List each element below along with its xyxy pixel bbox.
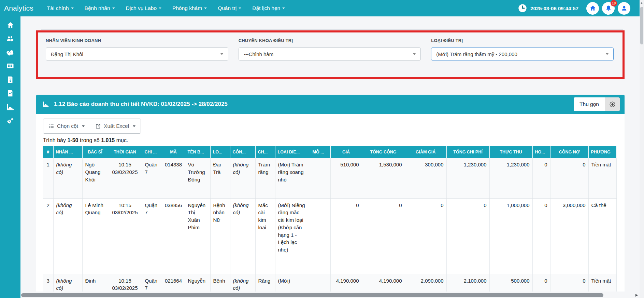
table-cell: Lê Minh Quang bbox=[82, 198, 108, 274]
column-header[interactable]: NHÂN ... bbox=[53, 146, 82, 158]
table-cell: (không có) bbox=[230, 198, 255, 274]
column-header[interactable]: THỜI GIAN bbox=[108, 146, 142, 158]
table-cell: (Mới) Niềng răng mắc cài kim loại (Khớp … bbox=[275, 198, 310, 274]
chart-area-icon[interactable] bbox=[6, 103, 14, 111]
column-header[interactable]: CÔNG NỢ bbox=[550, 146, 588, 158]
summary-text: trong số bbox=[80, 137, 100, 143]
table-cell: 3 bbox=[43, 274, 53, 292]
column-header[interactable]: BÁC SĨ bbox=[82, 146, 108, 158]
select-value: (Mới) Trám răng thẩm mỹ - 200,000 bbox=[436, 51, 606, 57]
horizontal-scrollbar-thumb[interactable] bbox=[21, 293, 603, 297]
main-content: NHÂN VIÊN KINH DOANH Đặng Thị Khôi CHUYÊ… bbox=[20, 16, 644, 298]
table-cell: 0 bbox=[532, 158, 550, 198]
vertical-scrollbar[interactable] bbox=[640, 0, 644, 298]
table-cell: 0 bbox=[550, 274, 588, 292]
filter-sales-staff: NHÂN VIÊN KINH DOANH Đặng Thị Khôi bbox=[46, 38, 228, 68]
menu-item-benh-nhan[interactable]: Bệnh nhân bbox=[85, 5, 115, 11]
menu-item-tai-chinh[interactable]: Tài chính bbox=[47, 5, 74, 11]
table-cell: 0 bbox=[550, 158, 588, 198]
column-header[interactable]: HO... bbox=[532, 146, 550, 158]
home-button[interactable] bbox=[586, 2, 599, 15]
chevron-down-icon bbox=[71, 8, 74, 9]
column-header[interactable]: MÔ ... bbox=[310, 146, 330, 158]
menu-item-label: Dịch vụ Labo bbox=[126, 5, 157, 11]
chevron-down-icon bbox=[606, 53, 609, 55]
column-header[interactable]: LOẠI ĐIỀ... bbox=[275, 146, 310, 158]
report-table: #NHÂN ...BÁC SĨTHỜI GIANCHI ...MÃTÊN B..… bbox=[43, 146, 617, 292]
column-header[interactable]: MÃ bbox=[162, 146, 185, 158]
table-header-row: #NHÂN ...BÁC SĨTHỜI GIANCHI ...MÃTÊN B..… bbox=[43, 146, 616, 158]
scroll-right-arrow-icon[interactable] bbox=[635, 294, 638, 297]
menu-item-dat-lich-hen[interactable]: Đặt lịch hẹn bbox=[252, 5, 285, 11]
select-value: ---Chỉnh hàm bbox=[244, 51, 413, 57]
pills-icon[interactable] bbox=[6, 48, 14, 56]
home-icon[interactable] bbox=[6, 21, 14, 29]
table-cell: 3,000,000 bbox=[550, 198, 588, 274]
menu-item-phong-kham[interactable]: Phòng khám bbox=[172, 5, 207, 11]
specialty-select[interactable]: ---Chỉnh hàm bbox=[239, 48, 421, 60]
notifications-button[interactable]: 10 bbox=[602, 2, 615, 15]
filter-label: CHUYÊN KHOA ĐIỀU TRỊ bbox=[239, 38, 421, 43]
table-cell: 2 bbox=[43, 198, 53, 274]
column-header[interactable]: CH... bbox=[255, 146, 275, 158]
pagination-summary: Trình bày 1-50 trong số 1.015 mục. bbox=[43, 137, 618, 144]
column-header[interactable]: CÔN... bbox=[230, 146, 255, 158]
menu-item-label: Phòng khám bbox=[172, 5, 202, 11]
calculator-icon[interactable] bbox=[6, 62, 14, 70]
filter-label: LOẠI ĐIỀU TRỊ bbox=[431, 38, 614, 43]
menu-item-dich-vu-labo[interactable]: Dịch vụ Labo bbox=[126, 5, 161, 11]
table-cell: Đại Trà bbox=[210, 158, 230, 198]
app-brand[interactable]: Analytics bbox=[4, 4, 33, 12]
table-cell: (không có) bbox=[53, 198, 82, 274]
chart-icon bbox=[42, 101, 49, 108]
column-header[interactable]: PHƯƠNG bbox=[588, 146, 616, 158]
table-cell: 1,000,000 bbox=[489, 198, 532, 274]
arrow-up-circle-icon bbox=[609, 101, 616, 108]
table-cell: 0 bbox=[532, 274, 550, 292]
column-header[interactable]: CHI ... bbox=[142, 146, 162, 158]
table-cell: Đinh bbox=[82, 274, 108, 292]
invoice-dollar-icon[interactable]: $ bbox=[6, 76, 14, 84]
column-header[interactable]: GIÁ bbox=[330, 146, 362, 158]
sales-staff-select[interactable]: Đặng Thị Khôi bbox=[46, 48, 228, 60]
report-panel-header: 1.12 Báo cáo doanh thu chi tiết NVKD: 01… bbox=[36, 95, 625, 114]
column-header[interactable]: GIẢM GIÁ bbox=[405, 146, 446, 158]
table-toolbar: Chọn cột Xuất Excel bbox=[43, 119, 141, 134]
column-header[interactable]: THỰC THU bbox=[489, 146, 532, 158]
summary-total: 1.015 bbox=[101, 137, 115, 143]
table-cell: 021664 bbox=[162, 274, 185, 292]
treatment-type-select[interactable]: (Mới) Trám răng thẩm mỹ - 200,000 bbox=[431, 48, 614, 60]
table-row: 3(không có)Đinh10:15 03/02/2025Quận 7021… bbox=[43, 274, 616, 292]
chevron-down-icon bbox=[112, 8, 115, 9]
table-cell: Võ Trường Đông bbox=[185, 158, 210, 198]
table-cell: 014338 bbox=[162, 158, 185, 198]
button-label: Chọn cột bbox=[57, 123, 78, 129]
users-gear-icon[interactable] bbox=[6, 35, 14, 43]
table-cell: (không có) bbox=[53, 158, 82, 198]
choose-columns-button[interactable]: Chọn cột bbox=[43, 119, 90, 133]
menu-item-quan-tri[interactable]: Quản trị bbox=[218, 5, 241, 11]
menu-item-label: Quản trị bbox=[218, 5, 237, 11]
left-sidebar: $ bbox=[0, 16, 20, 298]
table-cell: 2,090,000 bbox=[405, 274, 446, 292]
gears-icon[interactable] bbox=[6, 117, 14, 125]
table-row: 2(không có)Lê Minh Quang10:15 03/02/2025… bbox=[43, 198, 616, 274]
collapse-button[interactable]: Thu gọn bbox=[574, 97, 605, 111]
collapse-toggle-button[interactable] bbox=[605, 97, 620, 111]
export-excel-button[interactable]: Xuất Excel bbox=[90, 119, 141, 133]
table-cell: Bệnh nhân Nữ bbox=[210, 198, 230, 274]
scroll-up-arrow-icon[interactable] bbox=[641, 2, 643, 4]
filter-treatment-type: LOẠI ĐIỀU TRỊ (Mới) Trám răng thẩm mỹ - … bbox=[431, 38, 614, 68]
column-header[interactable]: TÊN B... bbox=[185, 146, 210, 158]
user-profile-button[interactable] bbox=[618, 2, 630, 15]
table-cell: (không có) bbox=[53, 274, 82, 292]
vertical-scrollbar-thumb[interactable] bbox=[640, 7, 643, 44]
current-datetime: 2025-03-06 09:44:57 bbox=[530, 5, 578, 11]
column-header[interactable]: TỔNG CỘNG bbox=[362, 146, 405, 158]
column-header[interactable]: # bbox=[43, 146, 53, 158]
file-chart-icon[interactable] bbox=[6, 89, 14, 97]
column-header[interactable]: LO... bbox=[210, 146, 230, 158]
filter-specialty: CHUYÊN KHOA ĐIỀU TRỊ ---Chỉnh hàm bbox=[239, 38, 421, 68]
column-header[interactable]: TỔNG CHI PHÍ bbox=[446, 146, 489, 158]
table-cell: 10:15 03/02/2025 bbox=[108, 158, 142, 198]
